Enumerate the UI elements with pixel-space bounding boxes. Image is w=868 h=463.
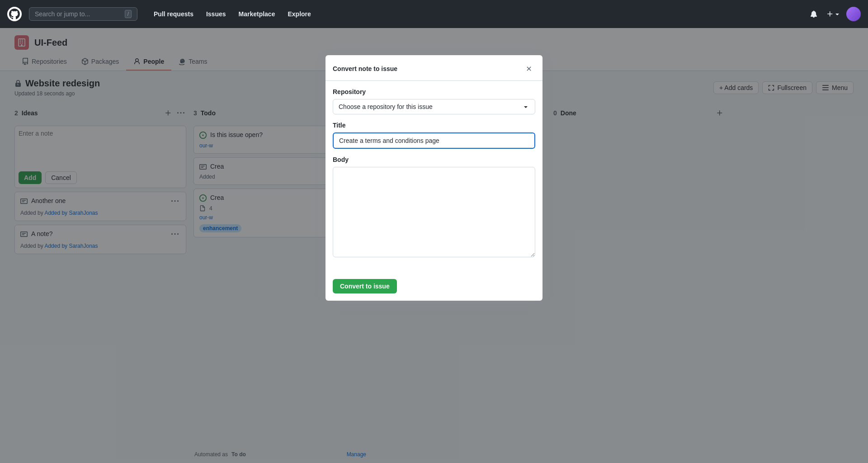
- main-area: UI-Feed Repositories Packages People: [0, 28, 868, 463]
- convert-to-issue-button[interactable]: Convert to issue: [333, 279, 397, 293]
- modal-body: Repository Choose a repository for this …: [326, 81, 542, 274]
- notifications-button[interactable]: [807, 7, 821, 21]
- top-nav-links: Pull requests Issues Marketplace Explore: [148, 7, 316, 21]
- nav-explore[interactable]: Explore: [282, 7, 316, 21]
- top-nav-right: [807, 7, 861, 21]
- modal-close-button[interactable]: [523, 62, 535, 75]
- chevron-down-icon: [522, 103, 529, 110]
- bell-icon: [810, 10, 817, 18]
- modal-header: Convert note to issue: [326, 55, 542, 81]
- github-logo[interactable]: [7, 7, 22, 21]
- plus-icon: [826, 10, 834, 18]
- repository-label: Repository: [333, 88, 535, 95]
- search-bar[interactable]: Search or jump to... /: [29, 7, 137, 21]
- repository-select-button[interactable]: Choose a repository for this issue: [333, 99, 535, 114]
- close-icon: [525, 65, 533, 72]
- nav-issues[interactable]: Issues: [201, 7, 231, 21]
- github-logo-icon: [9, 9, 20, 19]
- modal-title: Convert note to issue: [333, 65, 397, 72]
- convert-note-modal: Convert note to issue Repository Choose …: [326, 55, 542, 301]
- title-input[interactable]: [333, 132, 535, 149]
- top-navigation: Search or jump to... / Pull requests Iss…: [0, 0, 868, 28]
- modal-overlay[interactable]: Convert note to issue Repository Choose …: [0, 28, 868, 463]
- repository-select-placeholder: Choose a repository for this issue: [339, 103, 433, 110]
- chevron-down-icon: [834, 10, 841, 18]
- user-avatar[interactable]: [846, 7, 861, 21]
- new-button[interactable]: [826, 7, 841, 21]
- title-label: Title: [333, 122, 535, 129]
- search-placeholder: Search or jump to...: [35, 10, 121, 18]
- body-textarea[interactable]: [333, 167, 535, 257]
- nav-marketplace[interactable]: Marketplace: [233, 7, 281, 21]
- nav-pull-requests[interactable]: Pull requests: [148, 7, 199, 21]
- modal-footer: Convert to issue: [326, 274, 542, 301]
- slash-key: /: [125, 10, 132, 18]
- body-label: Body: [333, 156, 535, 163]
